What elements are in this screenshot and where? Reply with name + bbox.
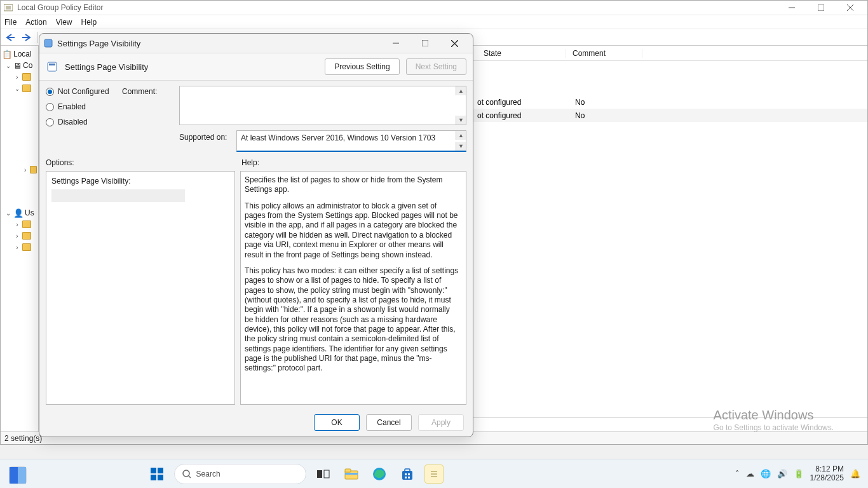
- copilot-button[interactable]: [9, 466, 27, 484]
- menu-action[interactable]: Action: [25, 18, 46, 27]
- tree-folder[interactable]: ⌄: [2, 83, 37, 94]
- help-text-p3: This policy has two modes: it can either…: [245, 266, 459, 374]
- help-text-p1: Specifies the list of pages to show or h…: [245, 175, 459, 195]
- volume-icon[interactable]: 🔊: [777, 469, 787, 478]
- comment-textarea[interactable]: ▲ ▼: [179, 86, 466, 125]
- tree-folder[interactable]: ›: [2, 71, 37, 83]
- status-text: 2 setting(s): [4, 434, 42, 443]
- tree-root[interactable]: 📋Local: [2, 48, 37, 60]
- folder-icon: [22, 243, 31, 251]
- help-pane[interactable]: Specifies the list of pages to show or h…: [240, 171, 466, 405]
- radio-icon: [46, 118, 54, 126]
- date-text: 1/28/2025: [810, 474, 844, 483]
- menu-help[interactable]: Help: [81, 18, 97, 27]
- svg-rect-12: [422, 40, 428, 46]
- close-button[interactable]: [836, 1, 865, 15]
- supported-on-field[interactable]: At least Windows Server 2016, Windows 10…: [236, 130, 466, 152]
- chevron-right-icon[interactable]: ›: [22, 166, 29, 173]
- folder-icon: [22, 220, 31, 228]
- menu-file[interactable]: File: [4, 18, 17, 27]
- tree-folder[interactable]: ›: [2, 241, 37, 253]
- svg-rect-28: [408, 473, 410, 475]
- dialog-close-button[interactable]: [440, 34, 469, 52]
- gpedit-app-icon: [3, 3, 13, 13]
- gpedit-tree[interactable]: 📋Local ⌄🖥Co › ⌄ › ⌄👤Us › › ›: [1, 46, 39, 431]
- policy-icon: 📋: [2, 50, 12, 59]
- policy-dialog: Settings Page Visibility Settings Page V…: [39, 33, 473, 437]
- onedrive-icon[interactable]: ☁: [746, 469, 754, 478]
- options-textfield[interactable]: [51, 189, 185, 202]
- minimize-button[interactable]: [777, 1, 806, 15]
- user-icon: 👤: [13, 208, 24, 218]
- dialog-titlebar: Settings Page Visibility: [39, 34, 473, 53]
- language-icon[interactable]: 🌐: [761, 469, 771, 478]
- dialog-maximize-button[interactable]: [410, 34, 440, 52]
- tree-folder[interactable]: ›: [2, 164, 37, 175]
- tree-comp-label: Co: [23, 61, 32, 70]
- scroll-down-icon[interactable]: ▼: [456, 116, 466, 125]
- previous-setting-button[interactable]: Previous Setting: [325, 58, 399, 75]
- policy-heading-icon: [46, 60, 58, 73]
- cell-state: ot configured: [475, 98, 573, 107]
- back-icon[interactable]: [3, 30, 17, 44]
- menu-view[interactable]: View: [56, 18, 72, 27]
- next-setting-button[interactable]: Next Setting: [406, 58, 466, 75]
- gpedit-titlebar: Local Group Policy Editor: [1, 1, 867, 15]
- comment-label: Comment:: [122, 86, 179, 152]
- svg-rect-27: [405, 473, 407, 475]
- chevron-down-icon[interactable]: ⌄: [4, 62, 12, 69]
- start-button[interactable]: [146, 463, 168, 485]
- ok-button[interactable]: OK: [314, 414, 360, 431]
- tree-computer-config[interactable]: ⌄🖥Co: [2, 60, 37, 71]
- col-comment[interactable]: Comment: [566, 49, 642, 58]
- chevron-right-icon[interactable]: ›: [13, 221, 21, 228]
- clock[interactable]: 8:12 PM 1/28/2025: [810, 465, 844, 483]
- task-view-icon[interactable]: [313, 463, 334, 485]
- radio-label: Enabled: [58, 102, 86, 111]
- microsoft-store-icon[interactable]: [397, 463, 418, 485]
- radio-label: Not Configured: [58, 87, 109, 96]
- computer-icon: 🖥: [13, 61, 22, 71]
- maximize-button[interactable]: [806, 1, 836, 15]
- scroll-up-icon[interactable]: ▲: [456, 131, 466, 140]
- chevron-right-icon[interactable]: ›: [13, 233, 21, 240]
- pane-labels: Options: Help:: [46, 158, 466, 167]
- svg-rect-30: [408, 477, 410, 478]
- cancel-button[interactable]: Cancel: [366, 414, 412, 431]
- taskbar-search[interactable]: Search: [174, 464, 306, 484]
- chevron-right-icon[interactable]: ›: [13, 74, 21, 81]
- scroll-down-icon[interactable]: ▼: [456, 142, 466, 151]
- tree-user-label: Us: [25, 208, 34, 217]
- radio-enabled[interactable]: Enabled: [46, 102, 122, 111]
- radio-disabled[interactable]: Disabled: [46, 118, 122, 126]
- notifications-icon[interactable]: 🔔: [850, 469, 860, 478]
- dialog-buttons: OK Cancel Apply: [39, 409, 473, 437]
- tree-user-config[interactable]: ⌄👤Us: [2, 207, 37, 219]
- col-state[interactable]: State: [477, 49, 566, 58]
- forward-icon[interactable]: [20, 30, 34, 44]
- chevron-down-icon[interactable]: ⌄: [13, 85, 21, 92]
- help-label: Help:: [241, 158, 259, 167]
- radio-not-configured[interactable]: Not Configured: [46, 87, 122, 96]
- notepad-icon[interactable]: [424, 464, 444, 484]
- chevron-down-icon[interactable]: ⌄: [4, 210, 12, 217]
- battery-icon[interactable]: 🔋: [794, 469, 804, 478]
- folder-icon: [22, 73, 31, 81]
- time-text: 8:12 PM: [810, 465, 844, 474]
- tray-chevron-icon[interactable]: ˄: [735, 469, 740, 478]
- file-explorer-icon[interactable]: [341, 463, 362, 485]
- apply-button[interactable]: Apply: [418, 414, 464, 431]
- tree-folder[interactable]: ›: [2, 230, 37, 241]
- svg-rect-5: [818, 4, 824, 11]
- options-label: Options:: [46, 158, 241, 167]
- gpedit-menubar: File Action View Help: [1, 15, 867, 29]
- dialog-minimize-button[interactable]: [381, 34, 410, 52]
- scroll-up-icon[interactable]: ▲: [456, 86, 466, 95]
- edge-browser-icon[interactable]: [369, 463, 390, 485]
- dialog-title: Settings Page Visibility: [57, 39, 381, 48]
- dialog-body: Not Configured Enabled Disabled Comment:…: [39, 81, 473, 409]
- chevron-right-icon[interactable]: ›: [13, 244, 21, 251]
- folder-icon: [22, 85, 31, 92]
- tree-folder[interactable]: ›: [2, 219, 37, 230]
- cell-state: ot configured: [475, 111, 573, 120]
